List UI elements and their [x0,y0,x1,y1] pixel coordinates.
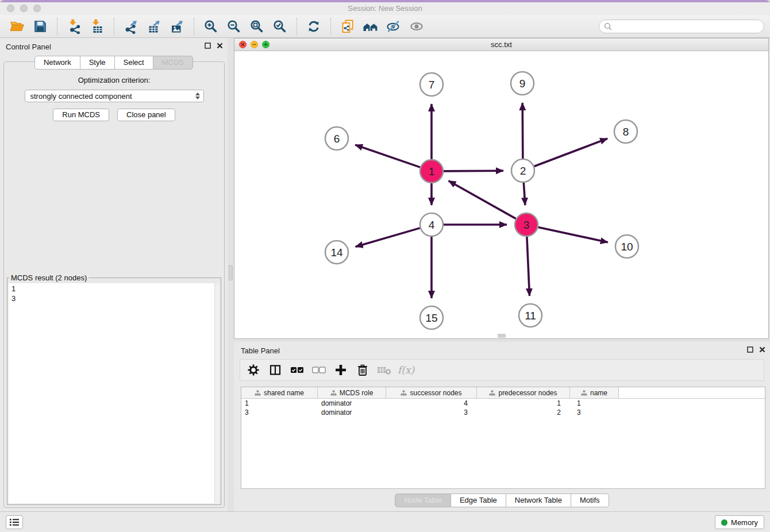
export-network-button[interactable] [121,17,141,36]
criterion-select[interactable]: strongly connected component [25,90,204,102]
graph-node-1[interactable]: 1 [420,160,443,183]
minimize-window-button[interactable] [20,5,28,12]
show-graphics-details-button[interactable] [406,17,427,36]
column-header-label: successor nodes [410,389,461,397]
network-canvas[interactable]: 7968124314101511 [234,51,768,338]
table-row[interactable]: 1dominator411 [241,399,765,408]
select-all-button[interactable] [288,361,306,379]
zoom-in-icon [203,19,218,34]
graph-edge-2-3[interactable] [523,183,525,205]
graph-edge-1-2[interactable] [444,171,503,171]
network-minimize-button[interactable] [251,41,258,48]
close-window-button[interactable] [7,5,14,12]
zoom-window-button[interactable] [33,5,41,12]
delete-columns-button[interactable] [354,361,371,379]
close-panel-icon[interactable] [217,43,223,49]
graph-edge-2-8[interactable] [534,138,608,166]
graph-node-7[interactable]: 7 [420,73,443,96]
checked-boxes-icon [290,366,304,374]
tab-edge-table[interactable]: Edge Table [451,494,506,507]
mcds-result-line: 3 [11,294,217,303]
float-panel-icon[interactable] [747,346,753,353]
svg-text:8: 8 [623,126,629,138]
mcds-result-box[interactable]: 13 [9,283,220,503]
duplicate-network-icon [340,19,355,34]
result-scrollbar[interactable] [214,283,220,503]
graph-node-2[interactable]: 2 [511,159,534,182]
graph-node-14[interactable]: 14 [325,241,348,264]
import-table-button[interactable] [87,17,107,36]
export-network-icon [124,19,138,34]
table-body: 1dominator4113dominator323 [241,399,765,417]
columns-icon [269,364,282,376]
close-panel-button[interactable]: Close panel [117,109,175,121]
column-header-label: shared name [264,389,304,397]
export-table-button[interactable] [144,17,164,36]
close-panel-icon[interactable] [759,346,765,353]
network-close-button[interactable] [239,41,247,48]
panel-splitter[interactable] [228,38,234,511]
tab-network-table[interactable]: Network Table [506,494,571,507]
export-image-button[interactable] [167,17,187,36]
function-builder-label: f(x) [398,364,414,376]
tab-node-table[interactable]: Node Table [395,494,451,507]
column-header-MCDS-role[interactable]: MCDS role [318,387,386,398]
graph-edge-2-9[interactable] [522,103,523,159]
network-home-button[interactable] [360,17,381,36]
control-panel: Control Panel NetworkStyleSelectMCDS Opt… [0,38,228,511]
table-options-button[interactable] [245,361,262,379]
graph-node-8[interactable]: 8 [614,120,637,143]
tab-select[interactable]: Select [115,56,153,70]
zoom-fit-button[interactable] [247,17,267,36]
graph-node-10[interactable]: 10 [615,235,638,258]
graph-edge-3-1[interactable] [449,181,516,219]
create-column-button[interactable] [332,361,349,379]
open-session-button[interactable] [7,17,28,36]
graph-edge-3-10[interactable] [538,227,608,242]
zoom-selected-button[interactable] [270,17,290,36]
network-zoom-button[interactable] [262,41,270,48]
zoom-out-icon [226,19,241,34]
graph-node-4[interactable]: 4 [420,213,443,236]
tab-network[interactable]: Network [34,56,80,70]
graph-node-9[interactable]: 9 [511,72,534,95]
column-header-name[interactable]: name [570,387,619,398]
float-panel-icon[interactable] [205,43,211,49]
tab-mcds[interactable]: MCDS [153,56,193,70]
refresh-button[interactable] [303,17,324,36]
import-network-button[interactable] [64,17,84,36]
main-toolbar [0,15,770,38]
network-window-titlebar: scc.txt [234,38,768,51]
zoom-out-button[interactable] [224,17,244,36]
canvas-resize-grip[interactable] [498,334,506,338]
table-cell: 3 [241,408,318,417]
zoom-in-button[interactable] [201,17,221,36]
tab-motifs[interactable]: Motifs [571,494,609,507]
memory-button[interactable]: Memory [715,515,764,529]
column-header-successor-nodes[interactable]: successor nodes [386,387,477,398]
unchecked-boxes-icon [312,366,326,374]
delete-table-button [376,361,393,379]
search-input[interactable] [615,22,759,30]
save-session-button[interactable] [30,17,51,36]
svg-text:15: 15 [425,312,437,324]
table-panel-header: Table Panel [234,342,770,357]
graph-edge-4-14[interactable] [356,228,420,247]
column-header-predecessor-nodes[interactable]: predecessor nodes [477,387,570,398]
graph-edge-3-11[interactable] [527,237,530,296]
duplicate-network-button[interactable] [337,17,358,36]
graph-edge-1-6[interactable] [355,145,420,167]
hide-graphics-details-button[interactable] [383,17,404,36]
run-mcds-button[interactable]: Run MCDS [53,109,109,121]
graph-node-11[interactable]: 11 [519,304,542,327]
graph-node-3[interactable]: 3 [515,213,538,236]
show-columns-button[interactable] [267,361,284,379]
deselect-all-button[interactable] [310,361,328,379]
column-type-icon [581,390,587,396]
table-row[interactable]: 3dominator323 [241,408,765,417]
tab-style[interactable]: Style [80,56,115,70]
graph-node-15[interactable]: 15 [420,306,443,329]
task-history-button[interactable] [6,515,23,529]
graph-node-6[interactable]: 6 [325,127,348,150]
column-header-shared-name[interactable]: shared name [241,387,318,398]
